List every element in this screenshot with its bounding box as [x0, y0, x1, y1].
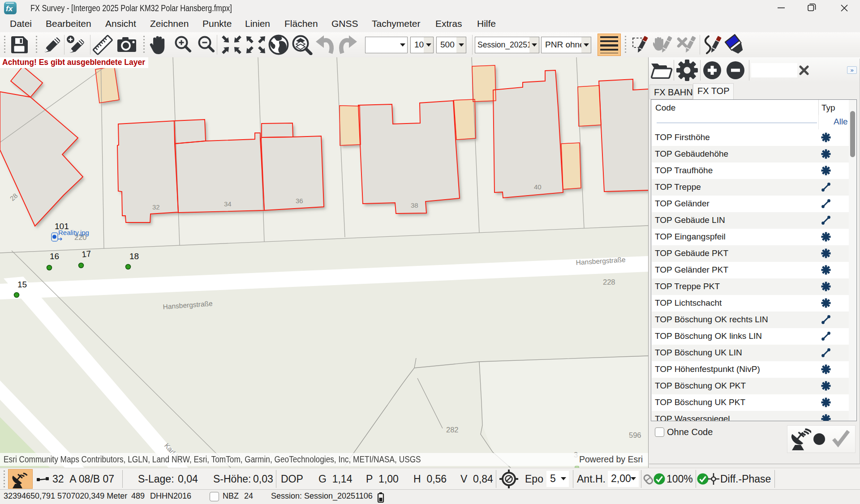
- svg-text:18: 18: [129, 252, 139, 261]
- svg-text:34: 34: [224, 200, 232, 208]
- svg-text:38: 38: [411, 201, 418, 209]
- svg-text:40: 40: [534, 183, 542, 191]
- svg-text:32: 32: [152, 203, 160, 211]
- svg-text:17: 17: [81, 249, 91, 259]
- svg-text:16: 16: [50, 252, 59, 261]
- svg-text:15: 15: [17, 280, 27, 289]
- svg-text:596: 596: [629, 431, 641, 439]
- svg-text:282: 282: [446, 426, 459, 434]
- svg-text:Reality.jpg: Reality.jpg: [58, 229, 89, 236]
- svg-text:228: 228: [603, 278, 615, 286]
- svg-text:36: 36: [296, 197, 303, 205]
